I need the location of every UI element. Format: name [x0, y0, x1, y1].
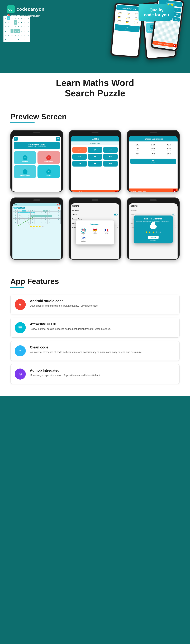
admob-play-btn[interactable]: ▶ — [115, 191, 118, 192]
table-2[interactable]: 2+ — [88, 147, 102, 153]
multiplication-icon: × — [23, 169, 27, 174]
multiplication-count: 1/376 — [15, 168, 35, 168]
expr-1[interactable]: 1+3=4 ☆☆☆ — [130, 143, 145, 147]
ui-ux-svg — [17, 324, 23, 331]
feature-admob: a Admob Intregated Monetize you app with… — [10, 364, 180, 384]
addition-btn[interactable]: 1/70 + Addition — [14, 151, 36, 164]
subtraction-icon: − — [46, 155, 51, 160]
expr-8[interactable]: 1+8=9 ☆☆☆ — [146, 152, 161, 156]
home-title: Find Maths Word — [15, 144, 59, 146]
subtraction-btn[interactable]: 1/70 − Subtraction — [37, 151, 60, 164]
table-5[interactable]: 5+ — [88, 154, 102, 160]
svg-text:cc: cc — [8, 7, 12, 12]
rate-dismiss[interactable]: No, Thanks — [136, 240, 171, 241]
table-4[interactable]: 4+ — [72, 154, 87, 160]
feature-android-text: Android studio code Developed in android… — [30, 299, 98, 308]
subtraction-count: 1/70 — [38, 154, 59, 154]
clean-code-svg: ✂ — [17, 348, 23, 354]
brand-name: codecanyon — [16, 6, 44, 12]
table-screen-header: ← Addition — [71, 136, 120, 142]
feature-code-text: Clean code We care for every line of cod… — [30, 345, 142, 354]
preview-section: Preview Screen ⇧ ⚙ Find Maths Word Addit… — [0, 104, 190, 268]
svg-text:A: A — [19, 303, 21, 306]
quality-line2: code for you — [144, 12, 169, 17]
feature-admob-desc: Monetize you app with admob. Support ban… — [30, 374, 101, 377]
table-7[interactable]: 7+ — [72, 161, 87, 166]
difficulty-bar: Easy Med Hard 🔊 — [12, 206, 61, 209]
preview-section-title: Preview Screen — [10, 112, 180, 121]
preview-phone-home: ⇧ ⚙ Find Maths Word Addition, Sub & Mult… — [10, 130, 63, 192]
svg-rect-5 — [18, 326, 22, 327]
screen-settings-language: Setting Language › Sound Priv — [71, 203, 120, 260]
addition-label: Addition — [15, 161, 35, 162]
all-btn[interactable]: All ☆☆☆ — [130, 158, 176, 164]
multiplication-btn[interactable]: 1/376 × Multiplication — [14, 165, 36, 178]
settings-button[interactable]: ⚙ — [56, 137, 60, 141]
hero-title-section: Learn Maths WordSearch Puzzle — [0, 73, 190, 104]
table-9[interactable]: 9+ — [103, 161, 118, 166]
preview-row-2: 1+3=4 Easy Med Hard 🔊 — [10, 198, 180, 260]
feature-code-desc: We care for every line of code, with str… — [30, 350, 142, 354]
language-modal-title: Language — [78, 223, 112, 226]
flag-french[interactable]: 🇫🇷 French — [104, 228, 109, 234]
svg-rect-7 — [18, 328, 22, 329]
expr-9[interactable]: 1+9=10 ☆☆☆ — [161, 152, 177, 156]
home-subtitle: Addition, Sub & Multiplication — [15, 146, 59, 148]
rate-modal: Rate Your Experience If you enjoy using … — [134, 216, 173, 244]
screen-home: ⇧ ⚙ Find Maths Word Addition, Sub & Mult… — [12, 136, 61, 192]
preview-phone-classic: 1+3=4 Easy Med Hard 🔊 — [10, 198, 63, 260]
flag-english[interactable]: 🇺🇸 English — [81, 228, 86, 234]
preview-phone-expression: ← Choose an expression 1+3=4 ☆☆☆ 1+2=3 ☆… — [127, 130, 180, 192]
expr-4[interactable]: 1+4=5 ☆☆☆ — [130, 148, 145, 152]
feature-ui: Attractive UI UX Follow material design … — [10, 318, 180, 338]
codecanyon-logo-icon: cc — [7, 5, 15, 13]
screen-choose-table: ← Addition Choose a table 1+ 2+ 3+ 4+ 5+… — [71, 136, 120, 192]
choose-table-label: Choose a table — [71, 142, 120, 145]
setting-sound[interactable]: Sound — [71, 212, 120, 217]
screen-choose-expression: ← Choose an expression 1+3=4 ☆☆☆ 1+2=3 ☆… — [129, 136, 178, 192]
subtraction-label: Subtraction — [38, 161, 59, 162]
feature-admob-title: Admob Intregated — [30, 368, 101, 372]
ui-icon — [15, 322, 26, 333]
setting-language[interactable]: Language › — [71, 208, 120, 212]
expr-2[interactable]: 1+2=3 ☆☆☆ — [146, 143, 161, 147]
preview-phone-settings-language: Setting Language › Sound Priv — [69, 198, 122, 260]
expr-3[interactable]: 1+3=4 ☆☆☆ — [161, 143, 177, 147]
admob-play-expr[interactable]: ▶ — [173, 189, 176, 192]
feature-android-title: Android studio code — [30, 299, 98, 303]
feature-ui-desc: Follow material design guideline as the … — [30, 327, 111, 331]
score-stars: ★ ★ ★ ★ ★ — [12, 224, 61, 228]
expr-6[interactable]: 1+6=7 ☆☆☆ — [161, 148, 177, 152]
preview-phone-table: ← Addition Choose a table 1+ 2+ 3+ 4+ 5+… — [69, 130, 122, 192]
classic-header: 1+3=4 — [12, 203, 61, 206]
feature-code: ✂ Clean code We care for every line of c… — [10, 341, 180, 361]
table-6[interactable]: 6+ — [103, 154, 118, 160]
admob-svg: a — [17, 371, 23, 377]
table-8[interactable]: 8+ — [88, 161, 102, 166]
puzzle-grid-container: 2 + 3 = 5 1 + 4 = 5 2 1 + 1 — [12, 209, 61, 224]
settings-title-rate: Setting — [129, 203, 178, 208]
admob-icon: a — [15, 368, 26, 380]
feature-code-title: Clean code — [30, 345, 142, 349]
android-icon: A — [15, 299, 26, 310]
rate-submit-button[interactable]: Submit — [148, 236, 159, 239]
quality-badge: Quality code for you ★ ★ ★ — [139, 4, 175, 21]
classic-btn[interactable]: 1/70 ∞ Classic — [37, 165, 60, 178]
features-list: A Android studio code Developed in andro… — [10, 295, 180, 384]
share-button[interactable]: ⇧ — [14, 137, 18, 141]
flag-spanish[interactable]: 🇪🇸 Spanish — [93, 228, 97, 234]
admob-bar: AdMob has a YouTube series! ▶ — [71, 190, 120, 192]
table-1[interactable]: 1+ — [72, 147, 87, 153]
features-underline — [10, 287, 24, 288]
app-title: Learn Maths WordSearch Puzzle — [10, 78, 180, 98]
android-studio-svg: A — [17, 302, 23, 307]
svg-text:✂: ✂ — [19, 349, 21, 352]
flag-hebrew[interactable]: 🇮🇱 Hebrew — [81, 236, 86, 242]
feature-admob-text: Admob Intregated Monetize you app with a… — [30, 368, 101, 377]
expr-7[interactable]: 1+7=8 ☆☆☆ — [130, 152, 145, 156]
table-3[interactable]: 3+ — [103, 147, 118, 153]
feature-ui-text: Attractive UI UX Follow material design … — [30, 322, 111, 331]
expr-5[interactable]: 1+5=6 ☆☆☆ — [146, 148, 161, 152]
language-modal: Language 🇺🇸 English 🇪🇸 Spanish — [76, 220, 114, 244]
rate-modal-title: Rate Your Experience — [136, 218, 171, 220]
